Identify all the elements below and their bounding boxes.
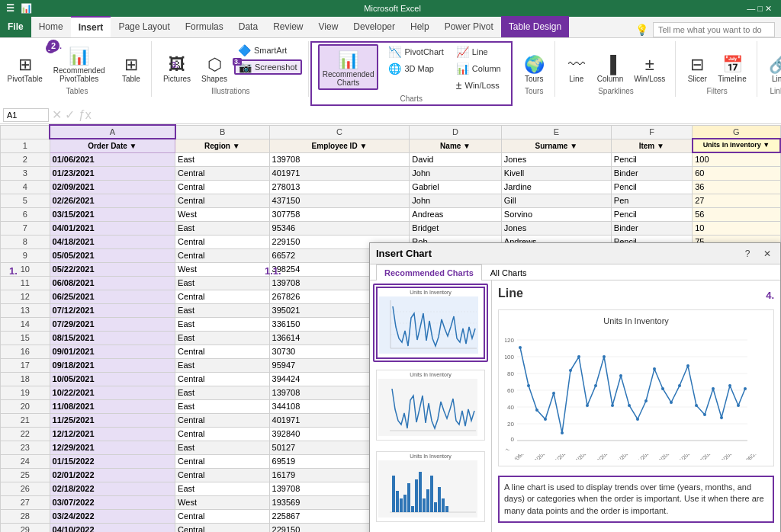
slicer-button[interactable]: ⊟ Slicer xyxy=(683,43,711,85)
cell-f4[interactable]: Pencil xyxy=(611,180,692,194)
cell-b17[interactable]: East xyxy=(175,358,269,372)
cell-a20[interactable]: 11/08/2021 xyxy=(50,399,175,413)
cell-a27[interactable]: 03/07/2022 xyxy=(50,495,175,509)
column-chart-button[interactable]: 📊Column xyxy=(452,61,505,76)
cell-b7[interactable]: East xyxy=(175,221,269,235)
cell-e4[interactable]: Jardine xyxy=(501,180,611,194)
dialog-help-button[interactable]: ? xyxy=(741,247,754,261)
tab-developer[interactable]: Developer xyxy=(346,16,403,37)
cell-b28[interactable]: Central xyxy=(175,509,269,523)
tab-power-pivot[interactable]: Power Pivot xyxy=(437,16,501,37)
cell-e5[interactable]: Gill xyxy=(501,194,611,207)
cell-b6[interactable]: West xyxy=(175,207,269,221)
col-header-d[interactable]: D xyxy=(410,125,501,139)
cell-c5[interactable]: 437150 xyxy=(269,194,410,207)
recommended-charts-button[interactable]: 📊 Recommended Charts xyxy=(318,44,379,90)
formula-input[interactable]: Order Date xyxy=(95,108,778,122)
smartart-button[interactable]: 🔷 SmartArt xyxy=(234,43,302,58)
chart-thumbnail-1[interactable]: Units In Inventory xyxy=(373,284,488,362)
win-loss-button[interactable]: ±Win/Loss xyxy=(452,78,505,93)
cell-d5[interactable]: John xyxy=(410,194,501,207)
chart-thumbnail-2[interactable]: Units In Inventory xyxy=(373,367,488,444)
cell-g5[interactable]: 27 xyxy=(693,194,780,207)
cell-b15[interactable]: East xyxy=(175,331,269,345)
shapes-button[interactable]: ⬡ Shapes xyxy=(198,43,231,85)
cell-a29[interactable]: 04/10/2022 xyxy=(50,523,175,532)
cell-b8[interactable]: Central xyxy=(175,235,269,248)
cell-d4[interactable]: Gabriel xyxy=(410,180,501,194)
cell-b18[interactable]: Central xyxy=(175,372,269,386)
cell-e3[interactable]: Kivell xyxy=(501,166,611,180)
cell-d6[interactable]: Andreas xyxy=(410,207,501,221)
cell-a3[interactable]: 01/23/2021 xyxy=(50,166,175,180)
cell-b24[interactable]: Central xyxy=(175,454,269,468)
line-chart-button[interactable]: 📈Line xyxy=(452,44,505,59)
cell-a16[interactable]: 09/01/2021 xyxy=(50,345,175,358)
cell-a15[interactable]: 08/15/2021 xyxy=(50,331,175,345)
cell-a26[interactable]: 02/18/2022 xyxy=(50,482,175,495)
col-header-e[interactable]: E xyxy=(501,125,611,139)
cell-b29[interactable]: Central xyxy=(175,523,269,532)
cell-g7[interactable]: 10 xyxy=(693,221,780,235)
cell-a14[interactable]: 07/29/2021 xyxy=(50,317,175,331)
cell-b3[interactable]: Central xyxy=(175,166,269,180)
pivot-table-button[interactable]: ⊞ PivotTable xyxy=(9,43,40,85)
pivotchart-button[interactable]: 📉 PivotChart xyxy=(384,44,447,59)
cell-f5[interactable]: Pen xyxy=(611,194,692,207)
cell-b25[interactable]: Central xyxy=(175,468,269,482)
cell-b27[interactable]: West xyxy=(175,495,269,509)
3d-map-button[interactable]: 🌐 3D Map xyxy=(384,61,447,76)
tours-button[interactable]: 🌍 Tours xyxy=(520,43,548,85)
tab-review[interactable]: Review xyxy=(265,16,310,37)
cell-b2[interactable]: East xyxy=(175,152,269,166)
col-header-a[interactable]: A xyxy=(50,125,175,139)
tab-data[interactable]: Data xyxy=(231,16,265,37)
tell-me-input[interactable] xyxy=(653,22,775,37)
cell-b11[interactable]: East xyxy=(175,276,269,290)
cell-d2[interactable]: David xyxy=(410,152,501,166)
cell-g4[interactable]: 36 xyxy=(693,180,780,194)
cell-b20[interactable]: East xyxy=(175,399,269,413)
cell-f3[interactable]: Binder xyxy=(611,166,692,180)
tab-help[interactable]: Help xyxy=(403,16,437,37)
tab-insert[interactable]: Insert xyxy=(71,16,111,37)
cell-e2[interactable]: Jones xyxy=(501,152,611,166)
cell-c7[interactable]: 95346 xyxy=(269,221,410,235)
cell-f2[interactable]: Pencil xyxy=(611,152,692,166)
dialog-tab-recommended[interactable]: Recommended Charts xyxy=(376,264,482,280)
sparkline-line-button[interactable]: 〰 Line xyxy=(563,43,590,85)
cell-b16[interactable]: Central xyxy=(175,345,269,358)
cell-a25[interactable]: 02/01/2022 xyxy=(50,468,175,482)
cell-a11[interactable]: 06/08/2021 xyxy=(50,276,175,290)
screenshot-button[interactable]: 3. 📷 Screenshot xyxy=(234,59,302,75)
tab-table-design[interactable]: Table Design xyxy=(501,16,569,37)
cell-c6[interactable]: 307758 xyxy=(269,207,410,221)
table-button[interactable]: ⊞ Table xyxy=(117,43,145,85)
cell-b23[interactable]: East xyxy=(175,441,269,454)
cell-a2[interactable]: 01/06/2021 xyxy=(50,152,175,166)
cell-b26[interactable]: East xyxy=(175,482,269,495)
cell-a22[interactable]: 12/12/2021 xyxy=(50,427,175,441)
cell-b22[interactable]: Central xyxy=(175,427,269,441)
cell-c3[interactable]: 401971 xyxy=(269,166,410,180)
tab-page-layout[interactable]: Page Layout xyxy=(111,16,177,37)
cell-a17[interactable]: 09/18/2021 xyxy=(50,358,175,372)
cell-a19[interactable]: 10/22/2021 xyxy=(50,386,175,399)
timeline-button[interactable]: 📅 Timeline xyxy=(714,43,750,85)
tab-formulas[interactable]: Formulas xyxy=(178,16,231,37)
cell-d3[interactable]: John xyxy=(410,166,501,180)
sparkline-column-button[interactable]: ▐ Column xyxy=(593,43,627,85)
cell-c4[interactable]: 278013 xyxy=(269,180,410,194)
cell-b14[interactable]: East xyxy=(175,317,269,331)
dialog-close-button[interactable]: ✕ xyxy=(760,247,774,261)
cell-a18[interactable]: 10/05/2021 xyxy=(50,372,175,386)
col-header-f[interactable]: F xyxy=(611,125,692,139)
cell-a23[interactable]: 12/29/2021 xyxy=(50,441,175,454)
col-header-b[interactable]: B xyxy=(175,125,269,139)
tab-file[interactable]: File xyxy=(0,16,31,37)
cell-b19[interactable]: East xyxy=(175,386,269,399)
cell-g3[interactable]: 60 xyxy=(693,166,780,180)
link-button[interactable]: 🔗 Link xyxy=(765,43,781,85)
cell-a7[interactable]: 04/01/2021 xyxy=(50,221,175,235)
cell-a12[interactable]: 06/25/2021 xyxy=(50,290,175,303)
